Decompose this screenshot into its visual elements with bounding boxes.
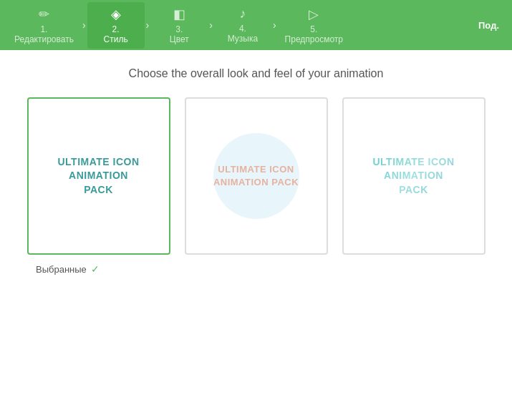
nav-step-music[interactable]: ♪ 4. Музыка	[214, 6, 271, 44]
edit-icon: ✏	[39, 6, 49, 22]
style-card-2[interactable]: ULTIMATE ICONANIMATION PACK	[185, 97, 328, 255]
main-content: Choose the overall look and feel of your…	[0, 50, 512, 420]
style-card-1[interactable]: ULTIMATE ICONANIMATIONPACK	[27, 97, 170, 255]
color-icon: ◧	[173, 6, 185, 22]
card-3-text: ULTIMATE ICONANIMATIONPACK	[365, 148, 461, 205]
nav-steps: ✏ 1. Редактировать › ◈ 2. Стиль › ◧ 3. Ц…	[7, 2, 478, 49]
step-edit-label: 1.	[40, 24, 47, 34]
selected-label-text: Выбранные	[36, 264, 87, 275]
chevron-4: ›	[273, 19, 276, 31]
step-edit-text: Редактировать	[14, 34, 74, 44]
step-music-label: 4.	[239, 24, 246, 34]
nav-step-edit[interactable]: ✏ 1. Редактировать	[7, 6, 81, 44]
corner-label: Под.	[478, 20, 505, 31]
step-preview-label: 5.	[310, 24, 317, 34]
chevron-3: ›	[209, 19, 213, 31]
style-icon: ◈	[111, 6, 121, 22]
chevron-1: ›	[82, 19, 86, 31]
chevron-2: ›	[146, 19, 150, 31]
music-icon: ♪	[239, 6, 246, 21]
step-color-text: Цвет	[170, 34, 189, 44]
selected-label-row: Выбранные ✓	[36, 263, 100, 275]
step-preview-text: Предпросмотр	[285, 34, 343, 44]
card-2-text: ULTIMATE ICONANIMATION PACK	[206, 156, 306, 196]
step-style-label: 2.	[112, 24, 120, 34]
step-style-text: Стиль	[104, 34, 128, 44]
nav-step-color[interactable]: ◧ 3. Цвет	[150, 6, 208, 44]
nav-step-style[interactable]: ◈ 2. Стиль	[87, 2, 145, 49]
nav-bar: ✏ 1. Редактировать › ◈ 2. Стиль › ◧ 3. Ц…	[0, 0, 512, 50]
style-cards: ULTIMATE ICONANIMATIONPACK ULTIMATE ICON…	[21, 97, 491, 255]
app-container: ✏ 1. Редактировать › ◈ 2. Стиль › ◧ 3. Ц…	[0, 0, 512, 420]
style-card-3[interactable]: ULTIMATE ICONANIMATIONPACK	[342, 97, 486, 255]
step-color-label: 3.	[175, 24, 183, 34]
play-icon: ▷	[309, 6, 319, 22]
card-1-text: ULTIMATE ICONANIMATIONPACK	[50, 148, 146, 205]
page-subtitle: Choose the overall look and feel of your…	[129, 67, 384, 80]
selected-check-icon: ✓	[91, 263, 100, 275]
nav-step-preview[interactable]: ▷ 5. Предпросмотр	[278, 6, 350, 44]
step-music-text: Музыка	[228, 34, 258, 44]
